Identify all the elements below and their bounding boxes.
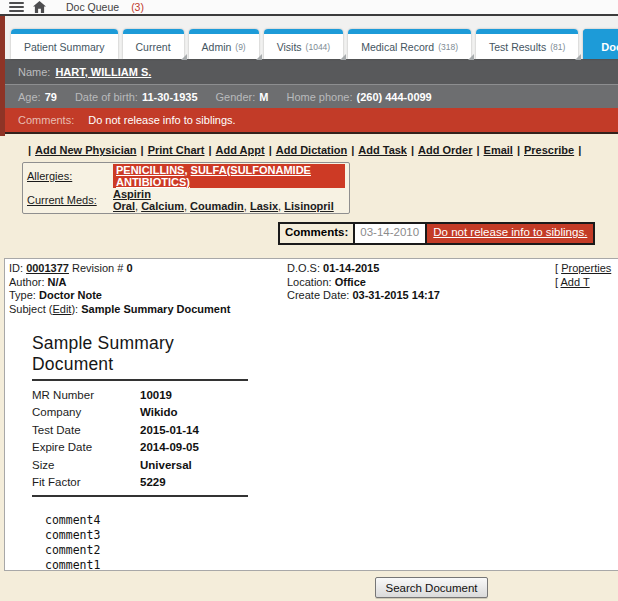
tab-dropdown-fold-icon: [575, 54, 581, 60]
button-row: Search Document: [0, 577, 618, 598]
table-row: Size Universal: [32, 456, 248, 474]
tab-count: (9): [235, 42, 245, 52]
add-order-link[interactable]: Add Order: [418, 144, 472, 156]
add-task-link[interactable]: Add Task: [358, 144, 407, 156]
demographic-item: Gender:M: [216, 91, 269, 103]
document-comments-widget: Comments: 03-14-2010 Do not release info…: [278, 222, 595, 245]
tab-document-storage[interactable]: Document S: [583, 29, 618, 59]
document-id-link[interactable]: 0001377: [26, 262, 69, 274]
patient-comments-bar: Comments: Do not release info to sibling…: [0, 108, 618, 134]
tab-admin[interactable]: Admin (9): [189, 29, 259, 59]
table-row: Test Date 2015-01-14: [32, 421, 248, 439]
table-row: Company Wikido: [32, 404, 248, 422]
table-row: Expire Date 2014-09-05: [32, 439, 248, 457]
comment-line: comment1: [45, 558, 618, 573]
tab-label: Current: [136, 41, 171, 53]
tab-count: (1044): [306, 42, 331, 52]
tab-dropdown-fold-icon: [340, 54, 346, 60]
med-link[interactable]: Coumadin: [190, 200, 244, 212]
allergies-value: PENICILLINS, SULFA(SULFONAMIDE ANTIBIOTI…: [113, 164, 345, 188]
doc-queue-count: (3): [131, 1, 144, 13]
document-fields-table: MR Number 10019 Company Wikido Test Date…: [32, 386, 248, 497]
allergies-row: Allergies: PENICILLINS, SULFA(SULFONAMID…: [27, 164, 345, 188]
add-dictation-link[interactable]: Add Dictation: [276, 144, 348, 156]
patient-name-link[interactable]: HART, WILLIAM S.: [55, 66, 151, 78]
table-row: MR Number 10019: [32, 386, 248, 404]
tab-test-results[interactable]: Test Results (81): [476, 29, 578, 59]
demographic-item: Date of birth:11-30-1935: [75, 91, 198, 103]
comment-line: comment4: [45, 513, 618, 528]
doc-comments-date-field[interactable]: 03-14-2010: [353, 224, 425, 243]
properties-link[interactable]: Properties: [561, 262, 611, 274]
add-template-link[interactable]: Add T: [561, 276, 590, 288]
add-appt-link[interactable]: Add Appt: [216, 144, 265, 156]
allergy-meds-box: Allergies: PENICILLINS, SULFA(SULFONAMID…: [22, 162, 350, 214]
main-content: |Add New Physician|Print Chart|Add Appt|…: [0, 134, 618, 598]
doc-comments-text-link[interactable]: Do not release info to siblings.: [425, 224, 593, 243]
edit-subject-link[interactable]: Edit: [52, 303, 71, 315]
comment-line: comment2: [45, 543, 618, 558]
metadata-column-middle: D.O.S: 01-14-2015 Location: Office Creat…: [287, 262, 547, 316]
page-title: Doc Queue: [66, 1, 119, 13]
demographic-item: Age:79: [18, 91, 57, 103]
doc-comments-label: Comments:: [280, 224, 353, 243]
tab-label: Patient Summary: [24, 41, 105, 53]
tab-label: Medical Record: [361, 41, 434, 53]
demographic-item: Home phone:(260) 444-0099: [286, 91, 431, 103]
allergy-link[interactable]: PENICILLINS: [116, 164, 184, 176]
tab-dropdown-fold-icon: [256, 54, 262, 60]
left-accent-strip: [0, 16, 5, 136]
print-chart-link[interactable]: Print Chart: [148, 144, 205, 156]
document-body: Sample Summary Document MR Number 10019 …: [5, 316, 618, 573]
metadata-column-left: ID: 0001377 Revision # 0 Author: N/A Typ…: [9, 262, 287, 316]
action-links-row: |Add New Physician|Print Chart|Add Appt|…: [0, 134, 618, 156]
med-link[interactable]: Lisinopril: [284, 200, 334, 212]
tab-dropdown-fold-icon: [181, 54, 187, 60]
tab-label: Document S: [601, 41, 618, 53]
meds-list: Aspirin Oral, Calcium, Coumadin, Lasix, …: [113, 188, 345, 212]
document-panel: ID: 0001377 Revision # 0 Author: N/A Typ…: [4, 258, 618, 571]
document-title: Sample Summary Document: [32, 333, 248, 381]
name-label: Name:: [18, 66, 50, 78]
tab-medical-record[interactable]: Medical Record (318): [348, 29, 471, 59]
email-link[interactable]: Email: [484, 144, 513, 156]
tab-label: Visits: [277, 41, 302, 53]
patient-demographics-bar: Age:79 Date of birth:11-30-1935 Gender:M…: [5, 84, 618, 108]
med-link[interactable]: Calcium: [141, 200, 184, 212]
table-row: Fit Factor 5229: [32, 474, 248, 492]
allergies-label-link[interactable]: Allergies:: [27, 170, 113, 182]
tab-current[interactable]: Current: [123, 29, 184, 59]
tab-patient-summary[interactable]: Patient Summary: [11, 29, 118, 59]
tab-count: (81): [550, 42, 565, 52]
patient-name-bar: Name: HART, WILLIAM S.: [5, 59, 618, 84]
comments-label: Comments:: [18, 114, 74, 126]
add-new-physician-link[interactable]: Add New Physician: [35, 144, 136, 156]
tab-bar: Patient Summary Current Admin (9) Visits…: [0, 16, 618, 59]
document-metadata: ID: 0001377 Revision # 0 Author: N/A Typ…: [5, 259, 618, 316]
tab-visits[interactable]: Visits (1044): [264, 29, 343, 59]
comment-line: comment3: [45, 528, 618, 543]
comments-text: Do not release info to siblings.: [88, 114, 235, 126]
search-document-button[interactable]: Search Document: [375, 577, 488, 598]
current-meds-row: Current Meds: Aspirin Oral, Calcium, Cou…: [27, 188, 345, 212]
tab-dropdown-fold-icon: [468, 54, 474, 60]
tab-count: (318): [438, 42, 458, 52]
med-link[interactable]: Lasix: [250, 200, 278, 212]
metadata-column-right: [ Properties [ Add T: [547, 262, 618, 316]
tab-label: Admin: [202, 41, 232, 53]
prescribe-link[interactable]: Prescribe: [524, 144, 574, 156]
tab-label: Test Results: [489, 41, 546, 53]
app-window: Doc Queue (3) Patient Summary Current Ad…: [0, 0, 618, 601]
home-icon[interactable]: [33, 1, 46, 13]
hamburger-menu-icon[interactable]: [9, 2, 24, 12]
document-comment-lines: comment4 comment3 comment2 comment1: [45, 513, 618, 573]
top-bar: Doc Queue (3): [0, 0, 618, 14]
current-meds-label-link[interactable]: Current Meds:: [27, 194, 113, 206]
